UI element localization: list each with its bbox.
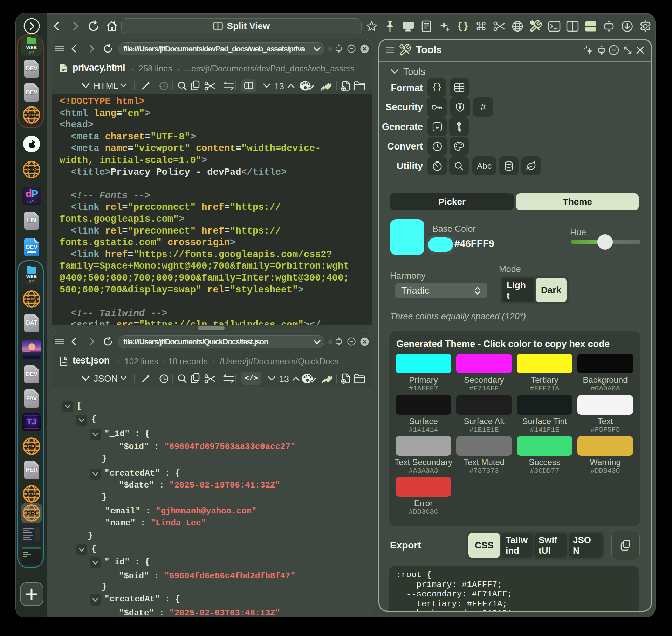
svg-text:#: # — [436, 124, 439, 130]
